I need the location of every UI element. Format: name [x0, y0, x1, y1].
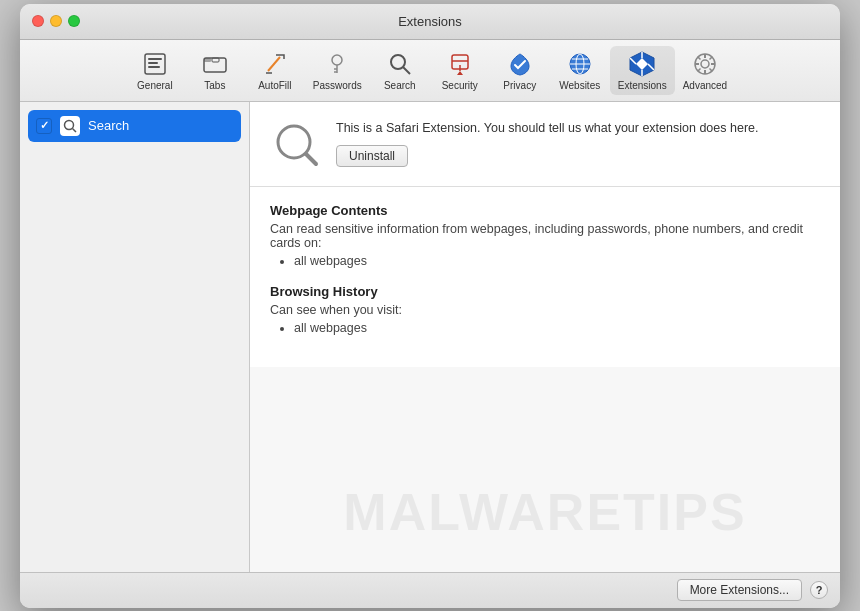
toolbar-item-tabs[interactable]: Tabs	[185, 46, 245, 95]
uninstall-button[interactable]: Uninstall	[336, 145, 408, 167]
tabs-icon	[201, 50, 229, 78]
svg-marker-16	[457, 71, 463, 75]
toolbar-item-search[interactable]: Search	[370, 46, 430, 95]
toolbar-general-label: General	[137, 80, 173, 91]
browsing-history-section: Browsing History Can see when you visit:…	[270, 284, 820, 335]
webpage-contents-desc: Can read sensitive information from webp…	[270, 222, 820, 250]
toolbar-search-label: Search	[384, 80, 416, 91]
extension-small-icon	[60, 116, 80, 136]
privacy-icon	[506, 50, 534, 78]
browsing-history-item-1: all webpages	[294, 321, 820, 335]
search-toolbar-icon	[386, 50, 414, 78]
websites-icon	[566, 50, 594, 78]
toolbar-item-autofill[interactable]: AutoFill	[245, 46, 305, 95]
webpage-contents-item-1: all webpages	[294, 254, 820, 268]
svg-line-31	[709, 56, 712, 59]
svg-rect-2	[148, 62, 158, 64]
maximize-button[interactable]	[68, 15, 80, 27]
svg-rect-5	[204, 58, 211, 62]
toolbar-item-passwords[interactable]: Passwords	[305, 46, 370, 95]
svg-line-34	[73, 128, 77, 132]
toolbar-passwords-label: Passwords	[313, 80, 362, 91]
toolbar-item-general[interactable]: General	[125, 46, 185, 95]
content-area: Search MALWARETIPS This is a Safari Exte…	[20, 102, 840, 572]
toolbar-item-security[interactable]: Security	[430, 46, 490, 95]
svg-point-33	[65, 120, 74, 129]
svg-point-24	[701, 60, 709, 68]
minimize-button[interactable]	[50, 15, 62, 27]
browsing-history-list: all webpages	[270, 321, 820, 335]
general-icon	[141, 50, 169, 78]
autofill-icon	[261, 50, 289, 78]
toolbar-item-websites[interactable]: Websites	[550, 46, 610, 95]
extension-info: This is a Safari Extension. You should t…	[336, 120, 820, 168]
toolbar-item-advanced[interactable]: Advanced	[675, 46, 735, 95]
webpage-contents-list: all webpages	[270, 254, 820, 268]
extension-big-icon	[270, 118, 322, 170]
window-controls	[32, 15, 80, 27]
toolbar-extensions-label: Extensions	[618, 80, 667, 91]
toolbar-websites-label: Websites	[559, 80, 600, 91]
svg-rect-1	[148, 58, 162, 60]
toolbar-privacy-label: Privacy	[503, 80, 536, 91]
webpage-contents-title: Webpage Contents	[270, 203, 820, 218]
svg-point-8	[332, 55, 342, 65]
sidebar-item-search-ext[interactable]: Search	[28, 110, 241, 142]
extension-checkbox[interactable]	[36, 118, 52, 134]
more-extensions-button[interactable]: More Extensions...	[677, 579, 802, 601]
passwords-icon	[323, 50, 351, 78]
advanced-icon	[691, 50, 719, 78]
toolbar-tabs-label: Tabs	[204, 80, 225, 91]
toolbar: General Tabs AutoFill	[20, 40, 840, 102]
security-icon	[446, 50, 474, 78]
svg-line-29	[698, 56, 701, 59]
browsing-history-title: Browsing History	[270, 284, 820, 299]
extension-header: This is a Safari Extension. You should t…	[250, 102, 840, 187]
extensions-sidebar: Search	[20, 102, 250, 572]
toolbar-autofill-label: AutoFill	[258, 80, 291, 91]
svg-line-32	[698, 68, 701, 71]
main-panel: MALWARETIPS This is a Safari Extension. …	[250, 102, 840, 572]
app-window: Extensions General	[20, 4, 840, 608]
titlebar: Extensions	[20, 4, 840, 40]
svg-line-36	[306, 154, 316, 164]
watermark: MALWARETIPS	[343, 482, 746, 542]
toolbar-item-extensions[interactable]: Extensions	[610, 46, 675, 95]
toolbar-item-privacy[interactable]: Privacy	[490, 46, 550, 95]
permissions-section: Webpage Contents Can read sensitive info…	[250, 187, 840, 367]
svg-point-12	[391, 55, 405, 69]
help-button[interactable]: ?	[810, 581, 828, 599]
toolbar-advanced-label: Advanced	[683, 80, 727, 91]
svg-rect-3	[148, 66, 160, 68]
extensions-icon	[628, 50, 656, 78]
sidebar-ext-label: Search	[88, 118, 129, 133]
svg-line-13	[403, 67, 410, 74]
footer: More Extensions... ?	[20, 572, 840, 608]
toolbar-security-label: Security	[442, 80, 478, 91]
browsing-history-desc: Can see when you visit:	[270, 303, 820, 317]
close-button[interactable]	[32, 15, 44, 27]
webpage-contents-section: Webpage Contents Can read sensitive info…	[270, 203, 820, 268]
extension-description: This is a Safari Extension. You should t…	[336, 120, 820, 138]
svg-line-30	[709, 68, 712, 71]
window-title: Extensions	[398, 14, 462, 29]
